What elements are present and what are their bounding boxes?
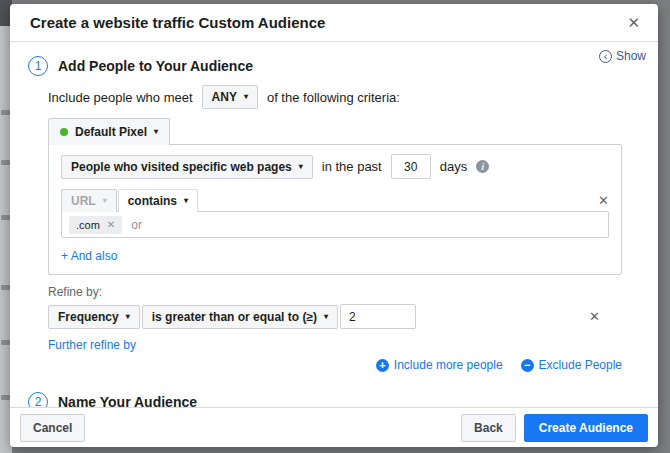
close-icon[interactable]: ✕ — [627, 15, 640, 30]
url-operator-value: contains — [128, 194, 177, 208]
modal-body: ‹ Show 1 Add People to Your Audience Inc… — [10, 42, 658, 407]
rule-event-row: People who visited specific web pages ▾ … — [61, 154, 609, 179]
url-token: .com ✕ — [69, 216, 122, 234]
url-field-value: URL — [71, 194, 96, 208]
refine-operator-dropdown[interactable]: is greater than or equal to (≥) ▾ — [142, 305, 338, 329]
url-value-input[interactable] — [131, 218, 601, 232]
info-icon[interactable]: i — [476, 160, 489, 173]
chevron-down-icon: ▾ — [126, 313, 130, 321]
create-custom-audience-modal: Create a website traffic Custom Audience… — [10, 4, 658, 447]
chevron-down-icon: ▾ — [103, 197, 107, 205]
minus-circle-icon: − — [521, 359, 534, 372]
pixel-source-dropdown[interactable]: Default Pixel ▾ — [48, 118, 170, 145]
chevron-down-icon: ▾ — [299, 163, 303, 171]
criteria-prefix-label: Include people who meet — [48, 90, 193, 105]
match-type-dropdown[interactable]: ANY ▾ — [202, 85, 258, 109]
background-text-fragment — [1, 340, 10, 345]
chevron-down-icon: ▾ — [324, 313, 328, 321]
url-values-box[interactable]: .com ✕ — [61, 211, 609, 238]
background-text-fragment — [1, 160, 10, 165]
step1-header: 1 Add People to Your Audience — [28, 56, 648, 76]
modal-title: Create a website traffic Custom Audience — [30, 14, 627, 31]
event-type-dropdown[interactable]: People who visited specific web pages ▾ — [61, 155, 313, 179]
url-operator-dropdown[interactable]: contains ▾ — [118, 189, 198, 212]
remove-token-icon[interactable]: ✕ — [107, 220, 115, 230]
chevron-down-icon: ▾ — [154, 128, 158, 136]
criteria-row: Include people who meet ANY ▾ of the fol… — [48, 85, 622, 109]
event-type-value: People who visited specific web pages — [71, 160, 292, 174]
chevron-down-icon: ▾ — [184, 197, 188, 205]
background-text-fragment — [1, 395, 10, 400]
plus-circle-icon: + — [376, 359, 389, 372]
url-rule-block: URL ▾ contains ▾ ✕ .com ✕ — [61, 189, 609, 238]
step2-number-badge: 2 — [28, 392, 48, 407]
include-exclude-row: + Include more people − Exclude People — [48, 358, 622, 372]
background-text-fragment — [1, 110, 10, 115]
show-link-label: Show — [616, 49, 646, 63]
modal-header: Create a website traffic Custom Audience… — [10, 4, 658, 42]
remove-refine-icon[interactable]: ✕ — [589, 310, 600, 323]
and-also-link[interactable]: + And also — [61, 249, 117, 263]
url-token-value: .com — [76, 219, 100, 231]
refine-field-value: Frequency — [58, 310, 119, 324]
create-audience-button[interactable]: Create Audience — [524, 414, 648, 442]
criteria-suffix-label: of the following criteria: — [267, 90, 400, 105]
modal-footer: Cancel Back Create Audience — [10, 407, 658, 447]
refine-value-input[interactable] — [340, 304, 416, 329]
pixel-active-dot-icon — [60, 128, 68, 136]
background-text-fragment — [1, 215, 10, 220]
refine-row: Frequency ▾ is greater than or equal to … — [48, 304, 622, 329]
exclude-people-label: Exclude People — [539, 358, 622, 372]
refine-by-label: Refine by: — [48, 285, 622, 299]
chevron-left-icon: ‹ — [599, 50, 612, 63]
in-the-past-label: in the past — [322, 159, 382, 174]
cancel-button[interactable]: Cancel — [20, 414, 85, 442]
url-rule-tabs: URL ▾ contains ▾ ✕ — [61, 189, 609, 211]
step1-title: Add People to Your Audience — [58, 58, 253, 74]
days-label: days — [440, 159, 467, 174]
match-type-value: ANY — [212, 90, 237, 104]
refine-field-dropdown[interactable]: Frequency ▾ — [48, 305, 140, 329]
include-more-people-link[interactable]: + Include more people — [376, 358, 503, 372]
step2-header: 2 Name Your Audience — [28, 392, 648, 407]
chevron-down-icon: ▾ — [244, 93, 248, 101]
include-more-people-label: Include more people — [394, 358, 503, 372]
pixel-source-value: Default Pixel — [75, 125, 147, 139]
step1-content: Include people who meet ANY ▾ of the fol… — [48, 85, 622, 372]
back-button[interactable]: Back — [461, 414, 516, 442]
step1-number-badge: 1 — [28, 56, 48, 76]
remove-rule-icon[interactable]: ✕ — [598, 194, 609, 207]
retention-days-input[interactable] — [391, 154, 431, 179]
background-text-fragment — [1, 285, 10, 290]
refine-operator-value: is greater than or equal to (≥) — [152, 310, 317, 324]
url-field-dropdown[interactable]: URL ▾ — [61, 189, 117, 212]
show-link[interactable]: ‹ Show — [599, 49, 646, 63]
rule-box: People who visited specific web pages ▾ … — [48, 144, 622, 275]
exclude-people-link[interactable]: − Exclude People — [521, 358, 622, 372]
step2-title: Name Your Audience — [58, 394, 197, 407]
further-refine-link[interactable]: Further refine by — [48, 338, 136, 352]
